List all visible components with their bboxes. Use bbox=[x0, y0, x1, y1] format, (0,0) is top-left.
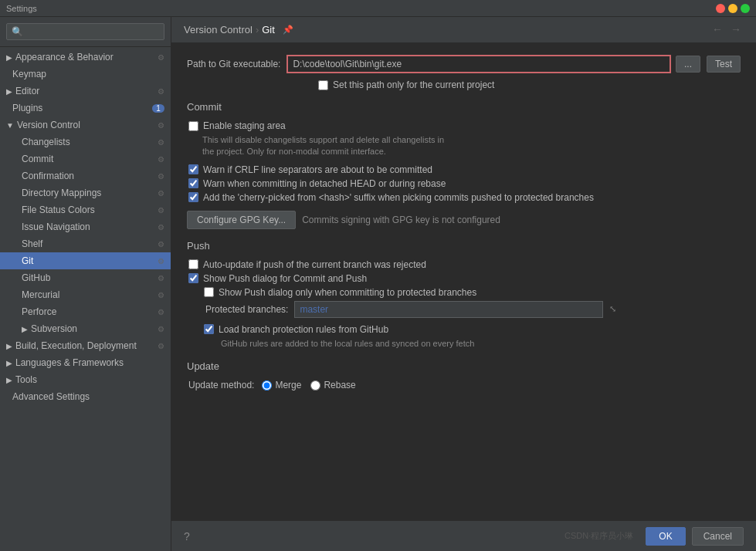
search-input[interactable] bbox=[6, 23, 164, 40]
help-icon[interactable]: ? bbox=[184, 530, 190, 543]
back-arrow[interactable]: ← bbox=[710, 23, 725, 35]
sidebar-item-directory-mappings[interactable]: Directory Mappings ⚙ bbox=[0, 184, 171, 201]
rebase-label: Rebase bbox=[324, 380, 355, 390]
perforce-icon: ⚙ bbox=[158, 308, 164, 316]
sidebar-item-mercurial[interactable]: Mercurial ⚙ bbox=[0, 286, 171, 303]
auto-update-checkbox[interactable] bbox=[188, 259, 198, 269]
close-button[interactable] bbox=[716, 4, 725, 13]
sidebar-item-editor[interactable]: ▶Editor ⚙ bbox=[0, 83, 171, 100]
auto-update-row: Auto-update if push of the current branc… bbox=[187, 259, 741, 270]
breadcrumb-parent: Version Control bbox=[184, 24, 253, 35]
enable-staging-row: Enable staging area bbox=[187, 120, 741, 131]
plugins-badge: 1 bbox=[152, 104, 164, 113]
sidebar-item-advanced-settings[interactable]: Advanced Settings bbox=[0, 388, 171, 405]
configure-gpg-button[interactable]: Configure GPG Key... bbox=[187, 211, 296, 229]
current-project-row: Set this path only for the current proje… bbox=[317, 79, 741, 90]
current-project-label: Set this path only for the current proje… bbox=[333, 79, 494, 90]
sidebar-item-commit[interactable]: Commit ⚙ bbox=[0, 150, 171, 167]
git-path-label: Path to Git executable: bbox=[187, 59, 280, 69]
sidebar-item-issue-navigation[interactable]: Issue Navigation ⚙ bbox=[0, 218, 171, 235]
commit-section-title: Commit bbox=[187, 101, 741, 113]
update-section: Update Update method: Merge Rebase bbox=[187, 360, 741, 390]
issue-nav-icon: ⚙ bbox=[158, 223, 164, 232]
arrow-icon-tools: ▶ bbox=[6, 376, 12, 384]
sidebar-item-file-status-colors[interactable]: File Status Colors ⚙ bbox=[0, 201, 171, 218]
rebase-radio[interactable] bbox=[310, 380, 320, 390]
sidebar-item-git[interactable]: Git ⚙ bbox=[0, 252, 171, 269]
git-path-row: Path to Git executable: ... Test bbox=[187, 55, 741, 73]
warn-detached-checkbox[interactable] bbox=[188, 178, 198, 188]
ok-button[interactable]: OK bbox=[646, 527, 685, 546]
breadcrumb-bar: Version Control › Git 📌 ← → bbox=[171, 17, 756, 42]
sidebar-item-perforce[interactable]: Perforce ⚙ bbox=[0, 303, 171, 320]
warn-detached-row: Warn when committing in detached HEAD or… bbox=[187, 178, 741, 189]
protected-branches-input[interactable] bbox=[294, 301, 603, 318]
sidebar-item-shelf[interactable]: Shelf ⚙ bbox=[0, 235, 171, 252]
pin-icon[interactable]: 📌 bbox=[283, 25, 293, 35]
gpg-note: Commits signing with GPG key is not conf… bbox=[302, 215, 500, 225]
nav-arrows: ← → bbox=[710, 23, 744, 35]
commit-section: Commit Enable staging area This will dis… bbox=[187, 101, 741, 229]
rebase-option[interactable]: Rebase bbox=[310, 380, 355, 390]
nav-section: ▶Appearance & Behavior ⚙ Keymap ▶Editor … bbox=[0, 49, 171, 405]
enable-staging-checkbox[interactable] bbox=[188, 121, 198, 131]
add-cherry-picked-checkbox[interactable] bbox=[188, 192, 198, 202]
arrow-icon-svn: ▶ bbox=[22, 325, 28, 333]
editor-settings-icon: ⚙ bbox=[158, 87, 164, 96]
git-path-input-wrapper: ... bbox=[286, 55, 700, 73]
sidebar-item-appearance[interactable]: ▶Appearance & Behavior ⚙ bbox=[0, 49, 171, 66]
commit-settings-icon: ⚙ bbox=[158, 155, 164, 164]
breadcrumb: Version Control › Git 📌 bbox=[184, 24, 293, 35]
maximize-button[interactable] bbox=[741, 4, 750, 13]
protected-branches-row: Protected branches: ⤡ bbox=[187, 301, 741, 318]
show-push-protected-row: Show Push dialog only when committing to… bbox=[187, 287, 741, 298]
forward-arrow[interactable]: → bbox=[728, 23, 744, 35]
settings-icon: ⚙ bbox=[158, 53, 164, 62]
sidebar-item-plugins[interactable]: Plugins 1 bbox=[0, 100, 171, 117]
browse-button[interactable]: ... bbox=[676, 56, 700, 73]
sidebar-item-confirmation[interactable]: Confirmation ⚙ bbox=[0, 167, 171, 184]
warn-crlf-row: Warn if CRLF line separators are about t… bbox=[187, 164, 741, 175]
test-button[interactable]: Test bbox=[707, 56, 741, 73]
titlebar: Settings bbox=[0, 0, 756, 17]
merge-radio[interactable] bbox=[262, 380, 272, 390]
push-section: Push Auto-update if push of the current … bbox=[187, 240, 741, 350]
load-branch-rules-label: Load branch protection rules from GitHub bbox=[219, 324, 388, 335]
warn-crlf-label: Warn if CRLF line separators are about t… bbox=[203, 164, 432, 175]
git-path-input[interactable] bbox=[286, 55, 671, 73]
bottom-right: CSDN·程序员小琳 OK Cancel bbox=[564, 527, 744, 546]
sidebar: ▶Appearance & Behavior ⚙ Keymap ▶Editor … bbox=[0, 17, 171, 551]
add-cherry-picked-row: Add the 'cherry-picked from <hash>' suff… bbox=[187, 192, 741, 203]
bottom-buttons: OK Cancel bbox=[646, 527, 744, 546]
sidebar-item-keymap[interactable]: Keymap bbox=[0, 66, 171, 83]
expand-icon: ⤡ bbox=[609, 304, 616, 314]
sidebar-item-github[interactable]: GitHub ⚙ bbox=[0, 269, 171, 286]
minimize-button[interactable] bbox=[728, 4, 737, 13]
configure-gpg-row: Configure GPG Key... Commits signing wit… bbox=[187, 211, 741, 229]
warn-crlf-checkbox[interactable] bbox=[188, 164, 198, 174]
sidebar-item-languages-frameworks[interactable]: ▶Languages & Frameworks bbox=[0, 354, 171, 371]
load-branch-rules-checkbox[interactable] bbox=[204, 324, 214, 334]
sidebar-item-build-execution[interactable]: ▶Build, Execution, Deployment ⚙ bbox=[0, 337, 171, 354]
content-area: Path to Git executable: ... Test Set thi… bbox=[171, 42, 756, 520]
sidebar-item-tools[interactable]: ▶Tools bbox=[0, 371, 171, 388]
sidebar-item-changelists[interactable]: Changelists ⚙ bbox=[0, 134, 171, 150]
auto-update-label: Auto-update if push of the current branc… bbox=[203, 259, 426, 270]
sidebar-item-version-control[interactable]: ▼Version Control ⚙ bbox=[0, 117, 171, 134]
show-push-dialog-checkbox[interactable] bbox=[188, 273, 198, 283]
protected-branches-label: Protected branches: bbox=[205, 304, 288, 315]
build-icon: ⚙ bbox=[158, 342, 164, 350]
arrow-icon: ▶ bbox=[6, 53, 12, 62]
show-push-protected-checkbox[interactable] bbox=[204, 287, 214, 297]
breadcrumb-current: Git bbox=[262, 24, 275, 35]
add-cherry-picked-label: Add the 'cherry-picked from <hash>' suff… bbox=[203, 192, 594, 203]
search-box[interactable] bbox=[0, 17, 171, 47]
arrow-icon-build: ▶ bbox=[6, 342, 12, 350]
sidebar-item-subversion[interactable]: ▶Subversion ⚙ bbox=[0, 320, 171, 337]
titlebar-title: Settings bbox=[6, 4, 716, 13]
merge-option[interactable]: Merge bbox=[262, 380, 301, 390]
show-push-protected-label: Show Push dialog only when committing to… bbox=[219, 287, 476, 298]
current-project-checkbox[interactable] bbox=[318, 80, 328, 90]
cancel-button[interactable]: Cancel bbox=[692, 527, 744, 546]
titlebar-controls bbox=[716, 4, 750, 13]
